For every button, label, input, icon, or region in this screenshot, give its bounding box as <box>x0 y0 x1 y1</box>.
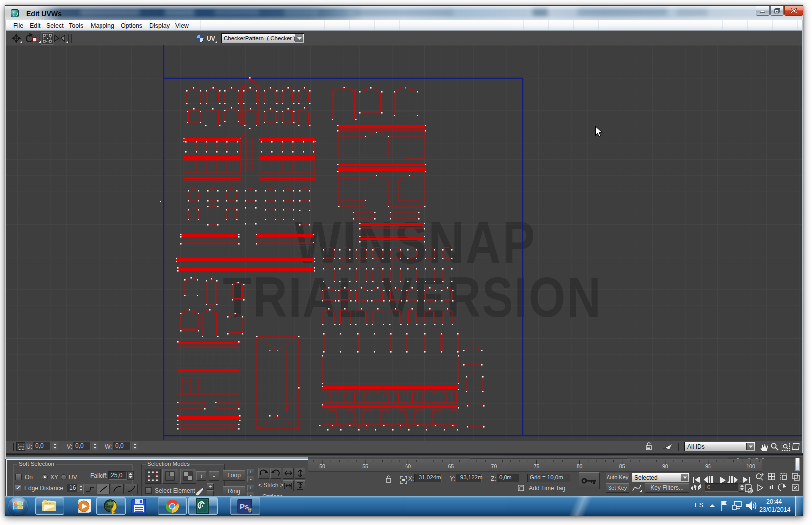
svg-text:75: 75 <box>534 463 540 469</box>
svg-text:90: 90 <box>662 463 668 469</box>
svg-text:70: 70 <box>491 463 497 469</box>
svg-text:95: 95 <box>705 463 711 469</box>
svg-text:60: 60 <box>405 463 411 469</box>
svg-text:85: 85 <box>619 463 625 469</box>
svg-text:100: 100 <box>746 463 755 469</box>
svg-text:55: 55 <box>362 463 368 469</box>
svg-text:80: 80 <box>577 463 583 469</box>
svg-text:65: 65 <box>448 463 454 469</box>
svg-text:UV: UV <box>207 35 215 42</box>
svg-text:50: 50 <box>319 463 325 469</box>
